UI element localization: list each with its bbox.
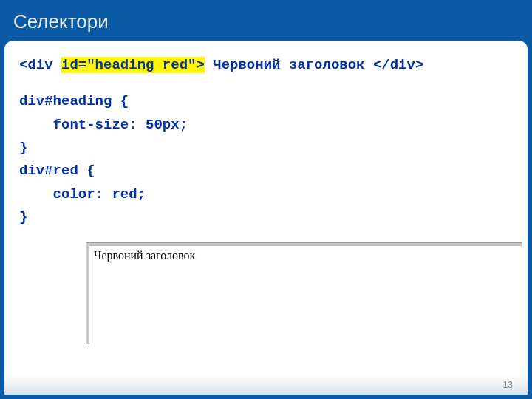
- code-line: font-size: 50px;: [19, 114, 513, 137]
- slide-title: Селектори: [13, 10, 519, 33]
- code-line: div#red {: [19, 160, 513, 183]
- slide-header: Селектори: [0, 0, 532, 41]
- code-line: color: red;: [19, 183, 513, 206]
- slide-body-wrap: <div id="heading red"> Червоний заголово…: [0, 41, 532, 399]
- browser-preview: Червоний заголовок: [86, 242, 522, 344]
- content-panel: <div id="heading red"> Червоний заголово…: [4, 41, 528, 395]
- close-tag: </div>: [373, 57, 423, 73]
- inner-text: Червоний заголовок: [205, 57, 373, 73]
- blank-line: [19, 77, 513, 90]
- preview-text: Червоний заголовок: [94, 249, 517, 262]
- code-line-html: <div id="heading red"> Червоний заголово…: [19, 54, 513, 77]
- footer-gradient: [4, 375, 528, 395]
- page-number: 13: [503, 380, 513, 390]
- highlighted-attr: id="heading red">: [61, 57, 205, 73]
- code-line: div#heading {: [19, 90, 513, 113]
- code-line: }: [19, 137, 513, 160]
- code-block: <div id="heading red"> Червоний заголово…: [19, 54, 513, 229]
- preview-viewport: Червоний заголовок: [89, 245, 522, 344]
- open-tag: <div: [19, 57, 61, 73]
- code-line: }: [19, 206, 513, 229]
- slide: Селектори <div id="heading red"> Червони…: [0, 0, 532, 399]
